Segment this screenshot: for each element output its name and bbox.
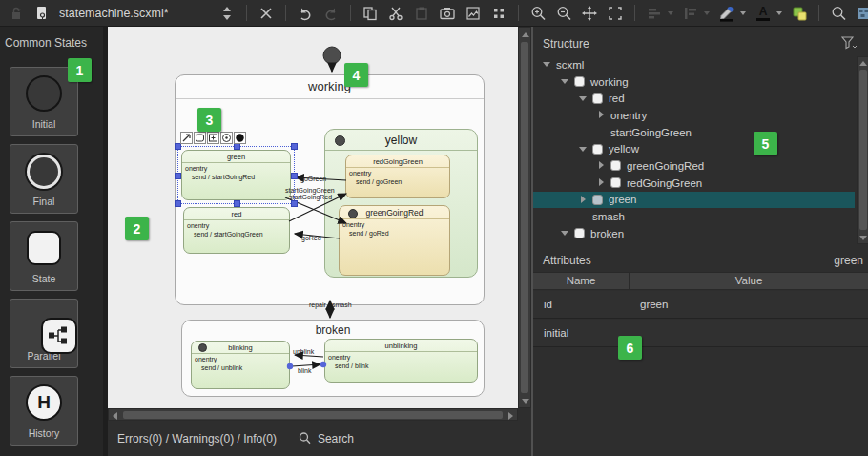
initial-pseudostate[interactable] bbox=[323, 47, 341, 64]
label-goRed[interactable]: goRed bbox=[301, 235, 321, 241]
align-dropdown-icon[interactable] bbox=[668, 11, 673, 15]
scroll-down-icon[interactable] bbox=[859, 236, 867, 240]
expander-icon[interactable] bbox=[597, 178, 606, 187]
expander-icon[interactable] bbox=[561, 229, 569, 238]
add-history-tool[interactable] bbox=[220, 132, 233, 144]
expander-icon[interactable] bbox=[597, 111, 606, 119]
add-transition-tool[interactable] bbox=[180, 132, 193, 144]
add-initial-tool[interactable] bbox=[234, 132, 246, 144]
palette-history-button[interactable]: H History bbox=[10, 376, 78, 446]
adjust-icon[interactable] bbox=[682, 5, 699, 22]
expander-icon[interactable] bbox=[597, 161, 606, 170]
fit-to-view-icon[interactable] bbox=[607, 5, 624, 22]
document-switcher-icon[interactable] bbox=[218, 5, 236, 22]
label-blink[interactable]: blink bbox=[298, 367, 311, 374]
expander-icon[interactable] bbox=[579, 196, 588, 204]
initial-state-icon bbox=[26, 75, 62, 112]
expander-icon[interactable] bbox=[561, 77, 569, 86]
transition-endpoint-handle[interactable] bbox=[320, 362, 326, 367]
column-name[interactable]: Name bbox=[533, 273, 630, 289]
selection-handle[interactable] bbox=[175, 173, 181, 179]
add-state-tool[interactable] bbox=[194, 132, 206, 144]
selection-handle[interactable] bbox=[234, 200, 240, 207]
label-goGreen[interactable]: goGreen bbox=[300, 176, 326, 182]
lock-icon[interactable] bbox=[8, 5, 25, 22]
attributes-panel-title: Attributes bbox=[543, 254, 591, 267]
column-value[interactable]: Value bbox=[630, 273, 868, 289]
selection-handle[interactable] bbox=[234, 143, 240, 150]
label-repair[interactable]: repair bbox=[309, 301, 326, 308]
issues-summary[interactable]: Errors(0) / Warnings(0) / Info(0) bbox=[117, 432, 277, 446]
font-color-icon[interactable]: A bbox=[754, 5, 772, 22]
zoom-out-icon[interactable] bbox=[555, 5, 572, 22]
expander-icon[interactable] bbox=[543, 60, 551, 69]
transition-blink[interactable] bbox=[292, 364, 320, 366]
label-startGoingRed[interactable]: startGoingRed bbox=[289, 194, 332, 200]
expander-icon[interactable] bbox=[579, 145, 588, 154]
scroll-down-icon[interactable] bbox=[522, 399, 529, 404]
label-unblink[interactable]: unblink bbox=[293, 348, 314, 355]
redo-icon[interactable] bbox=[322, 5, 340, 22]
tree-item-red[interactable]: red bbox=[533, 90, 855, 107]
align-icon[interactable] bbox=[646, 5, 663, 22]
tree-item-redGoingGreen[interactable]: redGoingGreen bbox=[533, 175, 855, 192]
screenshot-icon[interactable] bbox=[439, 5, 456, 22]
snap-grid-icon[interactable] bbox=[490, 5, 507, 22]
tree-item-startGoingGreen[interactable]: startGoingGreen bbox=[533, 124, 855, 141]
tree-item-working[interactable]: working bbox=[533, 73, 855, 91]
filter-icon[interactable] bbox=[841, 36, 857, 53]
state-icon bbox=[610, 177, 621, 188]
hscroll-thumb[interactable] bbox=[123, 411, 503, 419]
tree-scrollbar[interactable] bbox=[857, 56, 868, 244]
cut-icon[interactable] bbox=[387, 5, 404, 22]
tree-scroll-thumb[interactable] bbox=[859, 70, 867, 230]
tree-item-smash[interactable]: smash bbox=[533, 208, 855, 225]
scroll-up-icon[interactable] bbox=[859, 61, 867, 66]
add-parallel-tool[interactable] bbox=[207, 132, 219, 144]
scroll-left-icon[interactable] bbox=[113, 412, 117, 420]
undo-icon[interactable] bbox=[297, 5, 314, 22]
transition-endpoint-handle[interactable] bbox=[287, 363, 293, 369]
tree-item-green-selected[interactable]: green bbox=[533, 192, 855, 209]
navigator-icon[interactable] bbox=[856, 5, 868, 22]
search-icon[interactable] bbox=[298, 431, 312, 446]
tree-item-greenGoingRed[interactable]: greenGoingRed bbox=[533, 157, 855, 175]
selection-handle[interactable] bbox=[291, 173, 298, 179]
paste-icon[interactable] bbox=[413, 5, 430, 22]
copy-icon[interactable] bbox=[362, 5, 379, 22]
search-label[interactable]: Search bbox=[318, 432, 354, 446]
tree-item-onentry[interactable]: onentry bbox=[533, 107, 855, 124]
scroll-right-icon[interactable] bbox=[508, 412, 513, 420]
palette-final-button[interactable]: Final bbox=[10, 144, 78, 214]
attr-value[interactable]: green bbox=[630, 299, 868, 310]
selection-handle[interactable] bbox=[291, 143, 298, 150]
theme-colors-icon[interactable] bbox=[791, 5, 808, 22]
vscroll-thumb[interactable] bbox=[521, 42, 528, 393]
zoom-in-icon[interactable] bbox=[529, 5, 547, 22]
canvas-vscrollbar[interactable] bbox=[518, 27, 531, 408]
font-color-dropdown-icon[interactable] bbox=[776, 11, 782, 15]
expander-icon[interactable] bbox=[579, 94, 588, 103]
tree-item-broken[interactable]: broken bbox=[533, 225, 855, 242]
selection-outline bbox=[177, 146, 295, 204]
close-icon[interactable] bbox=[258, 5, 275, 22]
open-file-name[interactable]: statemachine.scxml* bbox=[59, 7, 210, 20]
tree-item-yellow[interactable]: yellow bbox=[533, 140, 855, 157]
transition-unblink[interactable] bbox=[295, 355, 323, 357]
adjust-dropdown-icon[interactable] bbox=[704, 11, 710, 15]
search-icon[interactable] bbox=[830, 5, 847, 22]
selection-handle[interactable] bbox=[175, 200, 181, 207]
selection-handle[interactable] bbox=[291, 200, 298, 207]
tree-item-scxml[interactable]: scxml bbox=[533, 56, 855, 73]
fill-color-icon[interactable] bbox=[718, 5, 735, 22]
fill-color-dropdown-icon[interactable] bbox=[740, 11, 746, 15]
selection-handle[interactable] bbox=[175, 143, 181, 150]
pan-icon[interactable] bbox=[581, 5, 598, 22]
label-smash[interactable]: smash bbox=[332, 301, 352, 308]
palette-state-button[interactable]: State bbox=[10, 221, 78, 291]
scroll-up-icon[interactable] bbox=[522, 32, 529, 37]
palette-parallel-button[interactable]: Parallel bbox=[10, 299, 78, 368]
canvas-hscrollbar[interactable] bbox=[108, 408, 518, 421]
scxml-canvas[interactable]: working yellow green onentry send / star… bbox=[108, 27, 518, 408]
export-canvas-icon[interactable] bbox=[465, 5, 482, 22]
